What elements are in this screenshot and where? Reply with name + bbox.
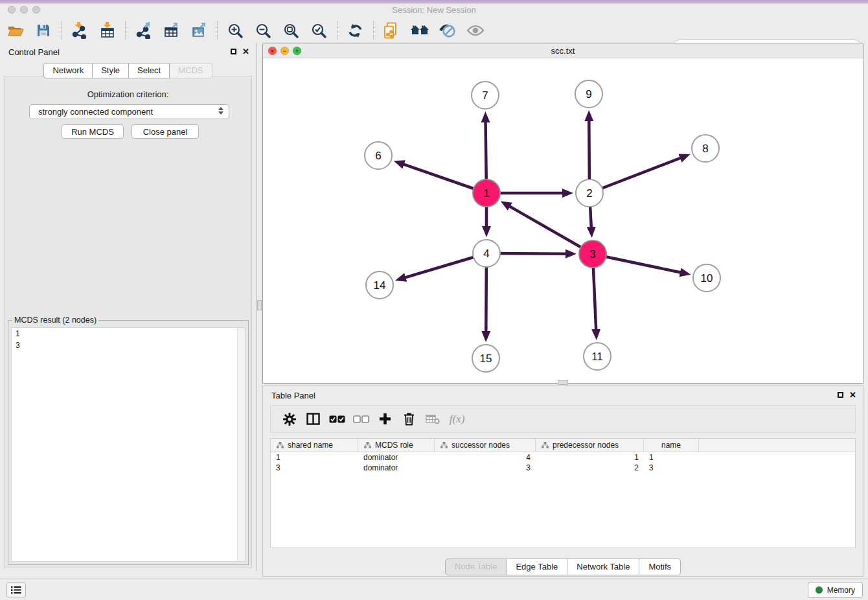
network-graph[interactable]: 1234678910111415 bbox=[263, 58, 863, 383]
node-table-header: shared nameMCDS rolesuccessor nodesprede… bbox=[271, 439, 855, 452]
tab-mcds[interactable]: MCDS bbox=[170, 63, 212, 78]
refresh-view-button[interactable] bbox=[341, 20, 369, 41]
node-15[interactable]: 15 bbox=[472, 345, 499, 372]
open-session-button[interactable] bbox=[1, 20, 29, 41]
column-label: predecessor nodes bbox=[553, 441, 619, 450]
cell-shared-name[interactable]: 3 bbox=[271, 463, 358, 473]
houses-icon bbox=[411, 24, 429, 37]
table-row[interactable]: 1dominator411 bbox=[271, 452, 855, 463]
memory-status-icon bbox=[816, 586, 823, 594]
run-mcds-button[interactable]: Run MCDS bbox=[62, 124, 124, 139]
trash-icon bbox=[403, 412, 415, 426]
criterion-dropdown[interactable]: strongly connected component bbox=[29, 104, 229, 119]
node-3[interactable]: 3 bbox=[579, 240, 606, 268]
zoom-fit-icon bbox=[283, 23, 299, 39]
export-network-button[interactable] bbox=[130, 20, 157, 41]
cell-name[interactable]: 1 bbox=[644, 452, 699, 463]
node-label: 3 bbox=[589, 248, 595, 260]
cell-name[interactable]: 3 bbox=[644, 463, 699, 473]
network-canvas[interactable]: 1234678910111415 bbox=[263, 58, 863, 383]
node-14[interactable]: 14 bbox=[366, 271, 393, 299]
column-type-icon bbox=[542, 442, 549, 448]
node-11[interactable]: 11 bbox=[584, 343, 611, 370]
import-network-icon bbox=[71, 22, 88, 39]
column-header-shared-name[interactable]: shared name bbox=[271, 439, 358, 452]
split-panel-button[interactable] bbox=[301, 410, 325, 429]
close-panel-icon[interactable]: ✕ bbox=[242, 48, 249, 55]
function-builder-button[interactable]: f(x) bbox=[445, 410, 469, 429]
node-label: 9 bbox=[586, 88, 591, 100]
clear-selection-button[interactable] bbox=[349, 410, 373, 429]
node-4[interactable]: 4 bbox=[473, 240, 500, 267]
cell-mcds-role[interactable]: dominator bbox=[358, 452, 435, 463]
node-table-body: 1dominator4113dominator323 bbox=[271, 452, 855, 473]
select-all-button[interactable] bbox=[325, 410, 349, 429]
node-10[interactable]: 10 bbox=[693, 264, 720, 292]
memory-button[interactable]: Memory bbox=[808, 582, 863, 598]
tab-network-table[interactable]: Network Table bbox=[567, 559, 639, 575]
network-window-titlebar[interactable]: × − + scc.txt bbox=[263, 43, 863, 58]
home-button[interactable] bbox=[405, 20, 433, 41]
zoom-fit-button[interactable] bbox=[277, 20, 305, 41]
import-network-button[interactable] bbox=[65, 20, 93, 41]
delete-table-button[interactable] bbox=[421, 410, 445, 429]
node-2[interactable]: 2 bbox=[576, 179, 603, 207]
node-label: 2 bbox=[586, 187, 592, 200]
table-row[interactable]: 3dominator323 bbox=[271, 463, 855, 473]
tab-edge-table[interactable]: Edge Table bbox=[507, 559, 567, 575]
node-1[interactable]: 1 bbox=[473, 179, 500, 207]
tab-select[interactable]: Select bbox=[129, 63, 170, 78]
node-6[interactable]: 6 bbox=[365, 142, 392, 169]
zoom-out-button[interactable] bbox=[249, 20, 277, 41]
clear-selection-icon bbox=[353, 415, 369, 423]
add-column-button[interactable] bbox=[373, 410, 397, 429]
cell-successor-nodes[interactable]: 3 bbox=[435, 463, 536, 473]
show-graphics-details-button[interactable] bbox=[461, 20, 489, 41]
export-image-button[interactable] bbox=[185, 20, 213, 41]
cell-shared-name[interactable]: 1 bbox=[271, 452, 358, 463]
node-8[interactable]: 8 bbox=[692, 135, 719, 162]
save-session-button[interactable] bbox=[29, 20, 57, 41]
tab-style[interactable]: Style bbox=[93, 63, 129, 78]
column-header-mcds-role[interactable]: MCDS role bbox=[358, 439, 435, 452]
float-panel-icon[interactable] bbox=[838, 392, 843, 398]
result-scrollbar[interactable] bbox=[237, 328, 245, 561]
task-history-button[interactable] bbox=[6, 583, 26, 597]
tab-node-table[interactable]: Node Table bbox=[445, 559, 507, 575]
node-label: 10 bbox=[701, 272, 713, 284]
function-icon: f(x) bbox=[450, 413, 465, 426]
application-window: Session: New Session bbox=[0, 0, 868, 600]
zoom-selected-button[interactable] bbox=[305, 20, 333, 41]
delete-column-button[interactable] bbox=[397, 410, 421, 429]
splitter-grip-vertical[interactable] bbox=[257, 300, 262, 310]
column-header-name[interactable]: name bbox=[644, 439, 699, 452]
table-panel-window-buttons: ✕ bbox=[838, 391, 856, 398]
cell-predecessor-nodes[interactable]: 2 bbox=[536, 463, 644, 473]
criterion-dropdown-value: strongly connected component bbox=[38, 107, 153, 117]
split-panel-icon bbox=[306, 413, 320, 425]
list-icon bbox=[11, 586, 21, 594]
mcds-result-text[interactable]: 13 bbox=[11, 327, 246, 562]
column-header-successor-nodes[interactable]: successor nodes bbox=[435, 439, 536, 452]
zoom-in-button[interactable] bbox=[222, 20, 249, 41]
cell-successor-nodes[interactable]: 4 bbox=[435, 452, 536, 463]
close-panel-button[interactable]: Close panel bbox=[131, 124, 199, 139]
edge-3-to-1[interactable] bbox=[510, 206, 593, 254]
column-header-predecessor-nodes[interactable]: predecessor nodes bbox=[536, 439, 644, 452]
close-panel-icon[interactable]: ✕ bbox=[849, 391, 856, 398]
edge-2-to-8[interactable] bbox=[589, 158, 681, 193]
toolbar-separator bbox=[337, 21, 337, 40]
float-panel-icon[interactable] bbox=[231, 49, 236, 54]
node-7[interactable]: 7 bbox=[472, 82, 499, 109]
cell-predecessor-nodes[interactable]: 1 bbox=[536, 452, 644, 463]
tab-network[interactable]: Network bbox=[43, 63, 93, 78]
tab-motifs[interactable]: Motifs bbox=[639, 559, 681, 575]
table-settings-button[interactable] bbox=[277, 410, 301, 429]
hide-graphics-details-button[interactable] bbox=[433, 20, 461, 41]
import-table-button[interactable] bbox=[93, 20, 121, 41]
cell-mcds-role[interactable]: dominator bbox=[358, 463, 435, 473]
export-table-button[interactable] bbox=[157, 20, 185, 41]
clone-network-button[interactable] bbox=[378, 20, 405, 41]
splitter-grip-horizontal[interactable] bbox=[558, 380, 568, 385]
node-9[interactable]: 9 bbox=[575, 80, 602, 108]
